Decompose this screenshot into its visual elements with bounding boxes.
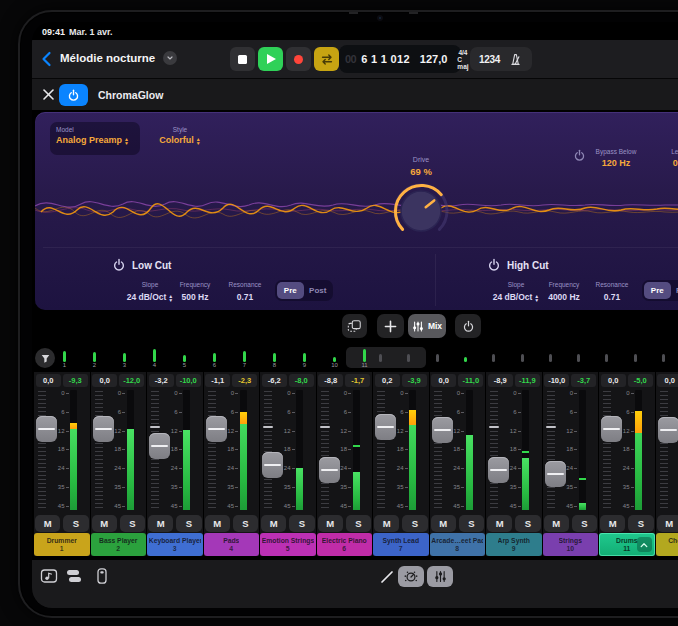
fader-zone[interactable]: 061218243545 bbox=[317, 388, 373, 514]
mute-button[interactable]: M bbox=[261, 515, 286, 532]
pencil-icon[interactable] bbox=[379, 569, 395, 585]
mute-button[interactable]: M bbox=[35, 515, 60, 532]
record-button[interactable] bbox=[286, 47, 311, 71]
fader-cap[interactable] bbox=[319, 457, 340, 483]
volume-value[interactable]: -10,0 bbox=[176, 374, 201, 387]
solo-button[interactable]: S bbox=[120, 515, 145, 532]
track-tile[interactable]: Arcade…eet Pad 8 bbox=[430, 533, 486, 556]
pan-value[interactable]: -1,1 bbox=[205, 374, 230, 387]
lcd-display[interactable]: 00 6 1 1 012 127,0 4/4 C maj In Out MIDI bbox=[339, 45, 461, 73]
highcut-pre-button[interactable]: Pre bbox=[644, 282, 671, 299]
fader-cap[interactable] bbox=[601, 416, 622, 442]
fader-cap[interactable] bbox=[149, 433, 170, 459]
mute-button[interactable]: M bbox=[318, 515, 343, 532]
mute-button[interactable]: M bbox=[544, 515, 569, 532]
highcut-post-button[interactable]: Post bbox=[672, 282, 678, 299]
fader-cap[interactable] bbox=[658, 417, 678, 443]
bypass-below-value[interactable]: 120 Hz bbox=[586, 158, 646, 168]
play-button[interactable] bbox=[258, 47, 283, 71]
lowcut-res-value[interactable]: 0.71 bbox=[215, 292, 275, 302]
pan-value[interactable]: 0,0 bbox=[601, 374, 626, 387]
model-selector[interactable]: Model Analog Preamp▲▼ bbox=[50, 122, 140, 155]
highcut-res-value[interactable]: 0.71 bbox=[582, 292, 642, 302]
loop-browser-icon[interactable] bbox=[40, 567, 58, 585]
pan-value[interactable]: 0,2 bbox=[375, 374, 400, 387]
title-dropdown[interactable] bbox=[163, 51, 177, 65]
mixer-power-button[interactable] bbox=[455, 314, 481, 338]
fader-zone[interactable]: 061218243545 bbox=[91, 388, 147, 514]
controller-icon[interactable] bbox=[93, 567, 111, 585]
fader-cap[interactable] bbox=[262, 452, 283, 478]
pan-value[interactable]: -8,9 bbox=[488, 374, 513, 387]
track-tile[interactable]: Strings 10 bbox=[543, 533, 599, 556]
solo-button[interactable]: S bbox=[628, 515, 653, 532]
stop-button[interactable] bbox=[230, 47, 255, 71]
low-cut-power-icon[interactable] bbox=[112, 258, 126, 272]
close-icon[interactable] bbox=[42, 88, 55, 101]
high-cut-power-icon[interactable] bbox=[487, 258, 501, 272]
track-tile[interactable]: Bass Player 2 bbox=[91, 533, 147, 556]
track-collapse-button[interactable] bbox=[637, 537, 652, 552]
pan-value[interactable]: 0,0 bbox=[36, 374, 61, 387]
fader-cap[interactable] bbox=[432, 417, 453, 443]
volume-value[interactable]: -2,3 bbox=[232, 374, 257, 387]
pan-value[interactable]: 0,0 bbox=[431, 374, 456, 387]
pan-value[interactable]: -10,0 bbox=[544, 374, 569, 387]
pan-value[interactable]: 0,0 bbox=[657, 374, 678, 387]
solo-button[interactable]: S bbox=[63, 515, 88, 532]
smart-controls-button[interactable] bbox=[398, 566, 424, 587]
solo-button[interactable]: S bbox=[402, 515, 427, 532]
track-tile[interactable]: Drummer 1 bbox=[34, 533, 90, 556]
drive-knob[interactable] bbox=[389, 179, 453, 243]
track-tile[interactable]: Arp Synth 9 bbox=[486, 533, 542, 556]
volume-value[interactable]: -3,7 bbox=[571, 374, 596, 387]
track-tile[interactable]: Chorus V 12 bbox=[656, 533, 678, 556]
mute-button[interactable]: M bbox=[92, 515, 117, 532]
mute-button[interactable]: M bbox=[600, 515, 625, 532]
fader-zone[interactable]: 061218243545 bbox=[599, 388, 655, 514]
track-tile[interactable]: Drums 11 bbox=[599, 533, 655, 556]
volume-value[interactable]: -11,9 bbox=[515, 374, 540, 387]
metronome-icon[interactable] bbox=[508, 52, 523, 67]
fader-cap[interactable] bbox=[36, 416, 57, 442]
fader-zone[interactable]: 061218243545 bbox=[260, 388, 316, 514]
pan-value[interactable]: -8,8 bbox=[318, 374, 343, 387]
solo-button[interactable]: S bbox=[233, 515, 258, 532]
track-tile[interactable]: Synth Lead 7 bbox=[373, 533, 429, 556]
plugin-power-button[interactable] bbox=[59, 84, 88, 106]
mute-button[interactable]: M bbox=[431, 515, 456, 532]
volume-value[interactable]: -8,0 bbox=[289, 374, 314, 387]
fader-zone[interactable]: 061218243545 bbox=[430, 388, 486, 514]
style-value[interactable]: Colorful▲▼ bbox=[150, 135, 210, 145]
mute-button[interactable]: M bbox=[205, 515, 230, 532]
solo-button[interactable]: S bbox=[459, 515, 484, 532]
track-tile[interactable]: Electric Piano 6 bbox=[317, 533, 373, 556]
lowcut-pre-button[interactable]: Pre bbox=[277, 282, 304, 299]
solo-button[interactable]: S bbox=[515, 515, 540, 532]
fader-zone[interactable]: 061218243545 bbox=[373, 388, 429, 514]
solo-button[interactable]: S bbox=[289, 515, 314, 532]
paste-settings-button[interactable] bbox=[342, 314, 367, 338]
mixer-button[interactable] bbox=[427, 566, 453, 587]
track-tile[interactable]: Emotion Strings 5 bbox=[260, 533, 316, 556]
solo-button[interactable]: S bbox=[346, 515, 371, 532]
back-button[interactable] bbox=[40, 51, 54, 67]
mute-button[interactable]: M bbox=[148, 515, 173, 532]
fader-zone[interactable]: 061218243545 bbox=[543, 388, 599, 514]
fader-zone[interactable]: 061218243545 bbox=[147, 388, 203, 514]
level-value[interactable]: 0.0 bbox=[649, 158, 678, 168]
fader-cap[interactable] bbox=[545, 461, 566, 487]
bypass-power-icon[interactable] bbox=[573, 149, 586, 162]
track-tile[interactable]: Keyboard Player 3 bbox=[147, 533, 203, 556]
count-in-button[interactable]: 1234 bbox=[479, 54, 500, 65]
mix-view-button[interactable]: Mix bbox=[408, 314, 446, 338]
mute-button[interactable]: M bbox=[487, 515, 512, 532]
volume-value[interactable]: -5,0 bbox=[628, 374, 653, 387]
volume-value[interactable]: -11,0 bbox=[458, 374, 483, 387]
fader-zone[interactable]: 061218243545 bbox=[204, 388, 260, 514]
fader-cap[interactable] bbox=[375, 414, 396, 440]
plugins-icon[interactable] bbox=[65, 567, 83, 585]
cycle-button[interactable] bbox=[314, 47, 339, 71]
pan-value[interactable]: -3,2 bbox=[149, 374, 174, 387]
solo-button[interactable]: S bbox=[572, 515, 597, 532]
